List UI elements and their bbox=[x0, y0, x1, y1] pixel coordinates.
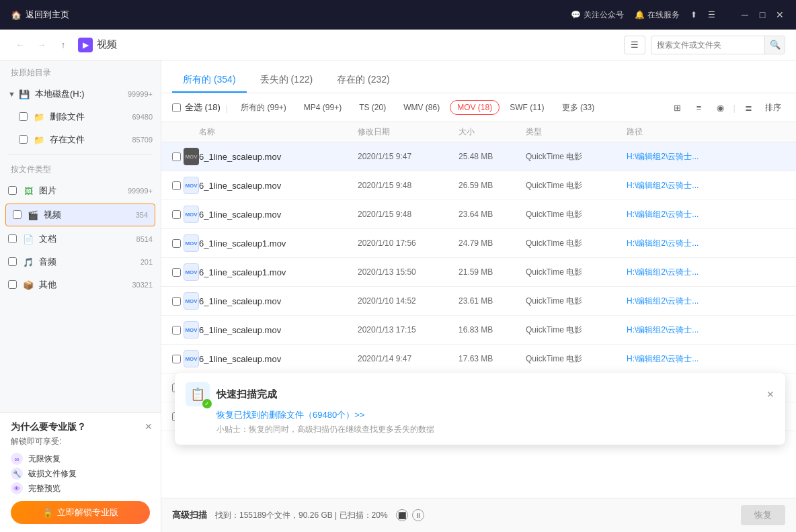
sidebar-item-audio[interactable]: 🎵 音频 201 bbox=[0, 251, 161, 273]
close-button[interactable]: ✕ bbox=[774, 9, 785, 20]
sidebar-item-existing[interactable]: 📁 存在文件 85709 bbox=[0, 128, 161, 151]
share-button[interactable]: ⬆ bbox=[690, 10, 697, 19]
file-name: 6_1line_scaleup.mov bbox=[199, 296, 358, 306]
header-type[interactable]: 类型 bbox=[526, 126, 627, 138]
filter-mov[interactable]: MOV (18) bbox=[450, 100, 500, 115]
file-icon: MOV bbox=[184, 234, 199, 252]
table-row[interactable]: MOV 6_1line_scaleup.mov 2020/1/14 9:47 1… bbox=[161, 345, 796, 373]
thumbnail-view-button[interactable]: ◉ bbox=[712, 99, 729, 116]
follow-button[interactable]: 💬 关注公众号 bbox=[571, 9, 624, 21]
filter-mp4[interactable]: MP4 (99+) bbox=[296, 100, 349, 115]
filter-wmv[interactable]: WMV (86) bbox=[396, 100, 447, 115]
row-checkbox[interactable]: MOV bbox=[172, 234, 199, 252]
sort-label: 排序 bbox=[765, 102, 781, 114]
file-icon: MOV bbox=[184, 148, 199, 165]
file-size: 23.64 MB bbox=[459, 210, 526, 219]
table-row[interactable]: MOV 6_1line_scaleup1.mov 2020/1/10 17:56… bbox=[161, 229, 796, 258]
sort-icon-button[interactable]: ≣ bbox=[740, 99, 757, 116]
toast-title: 快速扫描完成 bbox=[216, 388, 277, 401]
filter-all[interactable]: 所有的 (99+) bbox=[233, 99, 294, 116]
row-checkbox[interactable]: MOV bbox=[172, 148, 199, 165]
tab-lost[interactable]: 丢失的 (122) bbox=[249, 69, 324, 93]
filter-ts[interactable]: TS (20) bbox=[352, 100, 393, 115]
row-checkbox[interactable]: MOV bbox=[172, 292, 199, 310]
grid-view-button[interactable]: ⊞ bbox=[669, 99, 686, 116]
hamburger-icon: ☰ bbox=[631, 40, 639, 50]
main-menu-button[interactable]: ☰ bbox=[708, 10, 715, 19]
file-date: 2020/1/13 15:50 bbox=[358, 267, 459, 277]
existing-count: 85709 bbox=[132, 136, 153, 144]
home-button[interactable]: 🏠 返回到主页 bbox=[11, 9, 69, 21]
row-checkbox[interactable]: MOV bbox=[172, 206, 199, 223]
sidebar-item-drive[interactable]: ▼ 💾 本地磁盘(H:) 99999+ bbox=[0, 83, 161, 105]
unlock-button[interactable]: 🔒 立即解锁专业版 bbox=[11, 501, 150, 524]
back-button[interactable]: ← bbox=[11, 36, 30, 54]
file-icon: MOV bbox=[184, 350, 199, 367]
minimize-button[interactable]: ─ bbox=[740, 9, 750, 20]
online-service-button[interactable]: 🔔 在线服务 bbox=[635, 9, 680, 21]
select-all-checkbox[interactable] bbox=[172, 103, 181, 112]
other-checkbox[interactable] bbox=[8, 280, 17, 290]
video-checkbox[interactable] bbox=[13, 210, 22, 220]
lock-icon: 🔒 bbox=[42, 508, 53, 518]
header-path[interactable]: 路径 bbox=[627, 126, 785, 138]
file-icon: MOV bbox=[184, 263, 199, 281]
table-row[interactable]: MOV 6_1line_scaleup.mov 2020/1/15 9:48 2… bbox=[161, 171, 796, 200]
file-type: QuickTime 电影 bbox=[526, 267, 627, 278]
sidebar-item-doc[interactable]: 📄 文档 8514 bbox=[0, 228, 161, 251]
sidebar-item-video[interactable]: 🎬 视频 354 bbox=[5, 204, 155, 226]
sidebar-item-other[interactable]: 📦 其他 30321 bbox=[0, 273, 161, 296]
header-date[interactable]: 修改日期 bbox=[358, 126, 459, 138]
table-row[interactable]: MOV 6_1line_scaleup.mov 2020/1/15 9:47 2… bbox=[161, 142, 796, 171]
search-input[interactable] bbox=[651, 40, 764, 50]
table-row[interactable]: MOV 6_1line_scaleup.mov 2020/1/10 14:52 … bbox=[161, 287, 796, 316]
filter-swf[interactable]: SWF (11) bbox=[502, 100, 551, 115]
scan-pause-button[interactable]: ⏸ bbox=[412, 509, 424, 521]
table-row[interactable]: MOV 6_1line_scaleup.mov 2020/1/13 17:15 … bbox=[161, 316, 796, 345]
row-checkbox[interactable]: MOV bbox=[172, 177, 199, 194]
doc-checkbox[interactable] bbox=[8, 234, 17, 244]
row-checkbox[interactable]: MOV bbox=[172, 350, 199, 367]
row-checkbox[interactable]: MOV bbox=[172, 263, 199, 281]
breadcrumb-label: 视频 bbox=[97, 38, 117, 51]
promo-close-button[interactable]: ✕ bbox=[145, 421, 153, 432]
existing-checkbox[interactable] bbox=[19, 135, 28, 144]
up-button[interactable]: ↑ bbox=[54, 36, 73, 54]
unlock-label: 立即解锁专业版 bbox=[57, 506, 118, 519]
online-service-label: 在线服务 bbox=[647, 9, 680, 21]
forward-button[interactable]: → bbox=[32, 36, 51, 54]
toolbar-right: ☰ 🔍 bbox=[624, 36, 785, 54]
tab-all[interactable]: 所有的 (354) bbox=[172, 69, 247, 93]
list-view-button[interactable]: ≡ bbox=[690, 99, 708, 116]
audio-checkbox[interactable] bbox=[8, 257, 17, 267]
deleted-checkbox[interactable] bbox=[19, 112, 28, 122]
promo-title: 为什么要专业版？ bbox=[11, 421, 150, 433]
promo-feature-1: ∞ 无限恢复 bbox=[11, 453, 150, 465]
audio-label: 音频 bbox=[39, 256, 141, 268]
table-row[interactable]: MOV 6_1line_scaleup.mov 2020/1/15 9:48 2… bbox=[161, 200, 796, 229]
sidebar-item-image[interactable]: 🖼 图片 99999+ bbox=[0, 179, 161, 202]
scan-stop-button[interactable]: ⬛ bbox=[396, 509, 408, 521]
recover-button[interactable]: 恢复 bbox=[741, 505, 785, 525]
select-all-area[interactable]: 全选 (18) bbox=[172, 101, 221, 114]
toast-link[interactable]: 恢复已找到的删除文件（69480个）>> bbox=[216, 410, 364, 420]
file-date: 2020/1/13 17:15 bbox=[358, 325, 459, 335]
filter-divider: | bbox=[226, 103, 228, 113]
sort-button[interactable]: 排序 bbox=[761, 100, 785, 116]
image-checkbox[interactable] bbox=[8, 186, 17, 195]
sidebar-item-deleted[interactable]: 📁 删除文件 69480 bbox=[0, 105, 161, 128]
file-date: 2020/1/10 17:56 bbox=[358, 238, 459, 248]
file-icon: MOV bbox=[184, 177, 199, 194]
toast-close-button[interactable]: ✕ bbox=[766, 389, 774, 400]
row-checkbox[interactable]: MOV bbox=[172, 321, 199, 339]
maximize-button[interactable]: □ bbox=[757, 9, 768, 20]
filter-bar: 全选 (18) | 所有的 (99+) MP4 (99+) TS (20) WM… bbox=[161, 93, 796, 122]
view-menu-button[interactable]: ☰ bbox=[624, 36, 645, 54]
file-date: 2020/1/15 9:48 bbox=[358, 181, 459, 190]
filter-more[interactable]: 更多 (33) bbox=[555, 99, 602, 116]
search-button[interactable]: 🔍 bbox=[764, 36, 785, 54]
tab-existing[interactable]: 存在的 (232) bbox=[326, 69, 401, 93]
table-row[interactable]: MOV 6_1line_scaleup1.mov 2020/1/13 15:50… bbox=[161, 258, 796, 287]
header-name[interactable]: 名称 bbox=[199, 126, 358, 138]
header-size[interactable]: 大小 bbox=[459, 126, 526, 138]
